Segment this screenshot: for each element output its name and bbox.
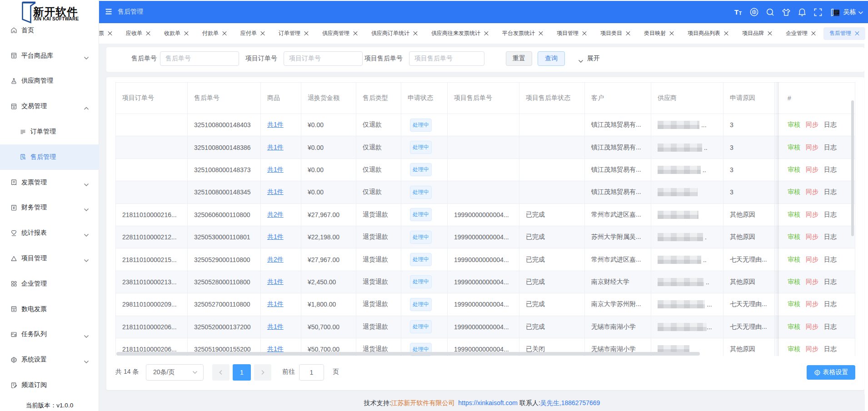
svg-text:T: T: [739, 11, 742, 16]
svg-text:T: T: [734, 8, 738, 16]
